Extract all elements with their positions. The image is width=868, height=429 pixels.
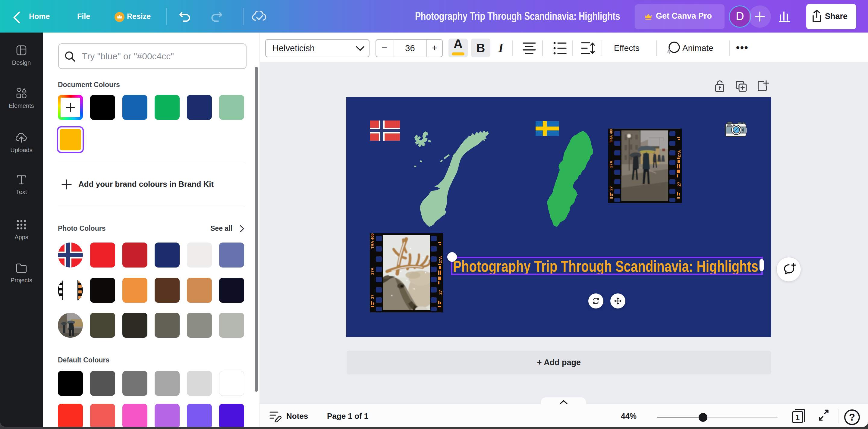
- svg-text:27A: 27A: [370, 267, 375, 275]
- svg-text:TRA 400: TRA 400: [370, 233, 375, 249]
- svg-text:27: 27: [438, 290, 443, 295]
- svg-text:?: ?: [849, 411, 855, 423]
- svg-text:27: 27: [370, 295, 375, 299]
- svg-text:27A: 27A: [677, 150, 681, 157]
- svg-text:TRA 400: TRA 400: [609, 129, 613, 143]
- svg-text:1: 1: [795, 413, 800, 422]
- svg-text:27: 27: [677, 182, 681, 187]
- svg-text:27: 27: [609, 187, 613, 191]
- svg-text:27A: 27A: [438, 256, 443, 263]
- svg-text:27A: 27A: [609, 161, 613, 168]
